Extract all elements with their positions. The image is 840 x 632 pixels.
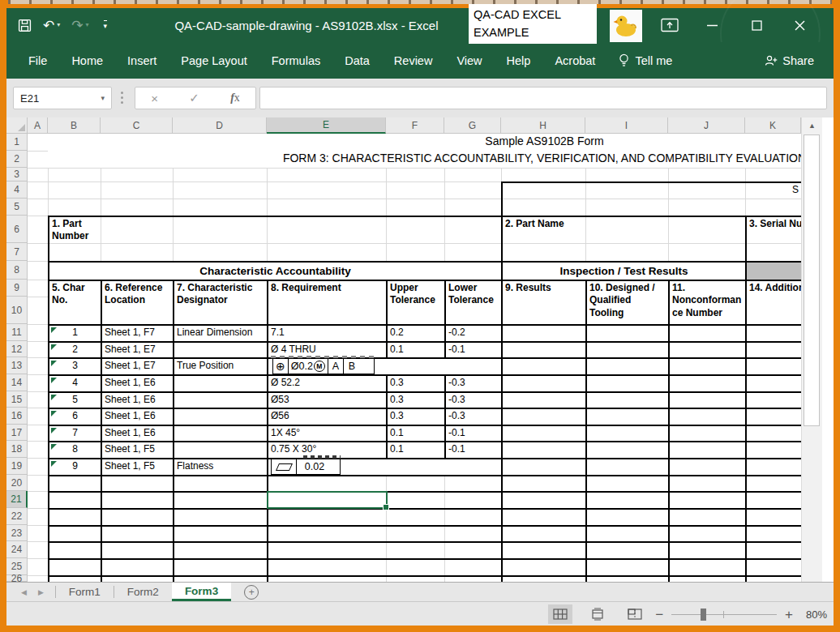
cell-B22[interactable] [48, 508, 101, 525]
cell-D12[interactable] [173, 341, 267, 357]
cell-H11[interactable] [501, 324, 585, 341]
row-header-20[interactable]: 20 [6, 475, 28, 491]
cell-I19[interactable] [585, 458, 668, 475]
cell-F18[interactable]: 0.1 [386, 441, 444, 458]
cell-C12[interactable]: Sheet 1, E7 [101, 341, 173, 357]
cell-J13[interactable] [668, 357, 745, 374]
cell-C24[interactable] [101, 541, 173, 558]
cell-G12[interactable]: -0.1 [444, 341, 501, 357]
column-header-A[interactable]: A [28, 117, 48, 134]
row-header-17[interactable]: 17 [6, 425, 28, 441]
row-header-6[interactable]: 6 [6, 216, 28, 243]
zoom-out-button[interactable]: − [655, 608, 663, 621]
cell-C19[interactable]: Sheet 1, F5 [101, 458, 173, 475]
cell-D21[interactable] [173, 491, 267, 508]
tell-me-box[interactable]: Tell me [619, 53, 672, 67]
cell-H16[interactable] [501, 408, 585, 425]
cell-E15[interactable]: Ø53 [267, 391, 386, 408]
cell-H13[interactable] [501, 357, 585, 374]
cell-C22[interactable] [101, 508, 173, 525]
cell-J11[interactable] [668, 324, 745, 341]
cell-header-ref_location[interactable]: 6. Reference Location [101, 280, 173, 324]
cell-B19[interactable]: 9 [48, 458, 101, 475]
cell-B20[interactable] [48, 475, 101, 491]
cell-B18[interactable]: 8 [48, 441, 101, 458]
cell-E26[interactable] [267, 575, 501, 582]
cell-G16[interactable]: -0.3 [444, 408, 501, 425]
cell-K20[interactable] [745, 475, 801, 491]
cell-H26[interactable] [501, 575, 585, 582]
row-header-1[interactable]: 1 [6, 134, 28, 151]
cancel-icon[interactable]: × [151, 92, 158, 105]
cell-upper-right-box[interactable] [501, 181, 801, 216]
sheet-nav-left-icon[interactable]: ◀ [21, 588, 27, 596]
cell-section-characteristic-accountability[interactable]: Characteristic Accountability [48, 261, 501, 280]
page-layout-view-button[interactable] [585, 604, 610, 624]
row-header-9[interactable]: 9 [6, 280, 28, 297]
row-header-15[interactable]: 15 [6, 391, 28, 408]
cell-header-char_no[interactable]: 5. Char No. [48, 280, 101, 324]
ribbon-tab-home[interactable]: Home [59, 42, 115, 79]
cell-K25[interactable] [745, 558, 801, 575]
cell-J26[interactable] [668, 575, 745, 582]
row-header-23[interactable]: 23 [6, 525, 28, 541]
minimize-button[interactable] [696, 8, 728, 42]
cell-D22[interactable] [173, 508, 267, 525]
cell-K13[interactable] [745, 357, 801, 374]
cell-header-requirement[interactable]: 8. Requirement [267, 280, 386, 324]
share-button[interactable]: Share [765, 42, 814, 79]
sheet-nav-right-icon[interactable]: ▶ [38, 588, 44, 596]
cell-B12[interactable]: 2 [48, 341, 101, 357]
ribbon-tab-review[interactable]: Review [382, 42, 445, 79]
ribbon-tab-page-layout[interactable]: Page Layout [169, 42, 259, 79]
cell-D24[interactable] [173, 541, 267, 558]
cell-I20[interactable] [585, 475, 668, 491]
name-box[interactable]: E21 ▾ [13, 87, 112, 109]
cell-D18[interactable] [173, 441, 267, 458]
cell-K16[interactable] [745, 408, 801, 425]
cell-D14[interactable] [173, 374, 267, 391]
row-header-7[interactable]: 7 [6, 243, 28, 261]
cell-J23[interactable] [668, 525, 745, 541]
gdt-flatness-feature-control-frame[interactable]: 0.02 [271, 459, 341, 475]
cell-H19[interactable] [501, 458, 585, 475]
cell-G11[interactable]: -0.2 [444, 324, 501, 341]
cell-K18[interactable] [745, 441, 801, 458]
cell-D20[interactable] [173, 475, 267, 491]
cell-C11[interactable]: Sheet 1, F7 [101, 324, 173, 341]
cell-I17[interactable] [585, 425, 668, 441]
row-header-13[interactable]: 13 [6, 357, 28, 374]
cell-K26[interactable] [745, 575, 801, 582]
row-header-5[interactable]: 5 [6, 199, 28, 216]
cell-part-name-label[interactable]: 2. Part Name [501, 216, 745, 261]
cell-D25[interactable] [173, 558, 267, 575]
cell-E16[interactable]: Ø56 [267, 408, 386, 425]
cell-form-heading[interactable]: FORM 3: CHARACTERISTIC ACCOUNTABILITY, V… [48, 151, 834, 168]
cell-C15[interactable]: Sheet 1, E6 [101, 391, 173, 408]
cell-E12[interactable]: Ø 4 THRU [267, 341, 386, 357]
column-header-F[interactable]: F [386, 117, 444, 134]
column-header-E[interactable]: E [267, 117, 386, 134]
redo-dropdown-icon[interactable]: ▾ [86, 22, 89, 28]
zoom-slider[interactable] [671, 608, 777, 621]
cell-header-nonconformance[interactable]: 11. Nonconformance Number [668, 280, 745, 324]
cell-G17[interactable]: -0.1 [444, 425, 501, 441]
cell-I18[interactable] [585, 441, 668, 458]
cell-B16[interactable]: 6 [48, 408, 101, 425]
cell-B24[interactable] [48, 541, 101, 558]
row-header-4[interactable]: 4 [6, 181, 28, 199]
cell-D19[interactable]: Flatness [173, 458, 267, 475]
new-sheet-button[interactable]: + [244, 583, 259, 601]
cell-C16[interactable]: Sheet 1, E6 [101, 408, 173, 425]
cell-B14[interactable]: 4 [48, 374, 101, 391]
cell-C17[interactable]: Sheet 1, E6 [101, 425, 173, 441]
row-header-16[interactable]: 16 [6, 408, 28, 425]
cell-k8-shaded[interactable] [745, 261, 801, 280]
cell-C18[interactable]: Sheet 1, F5 [101, 441, 173, 458]
cell-D17[interactable] [173, 425, 267, 441]
cell-D13[interactable]: True Position [173, 357, 267, 374]
ribbon-tab-file[interactable]: File [16, 42, 59, 79]
cell-K17[interactable] [745, 425, 801, 441]
save-button[interactable] [18, 19, 32, 32]
cell-K21[interactable] [745, 491, 801, 508]
